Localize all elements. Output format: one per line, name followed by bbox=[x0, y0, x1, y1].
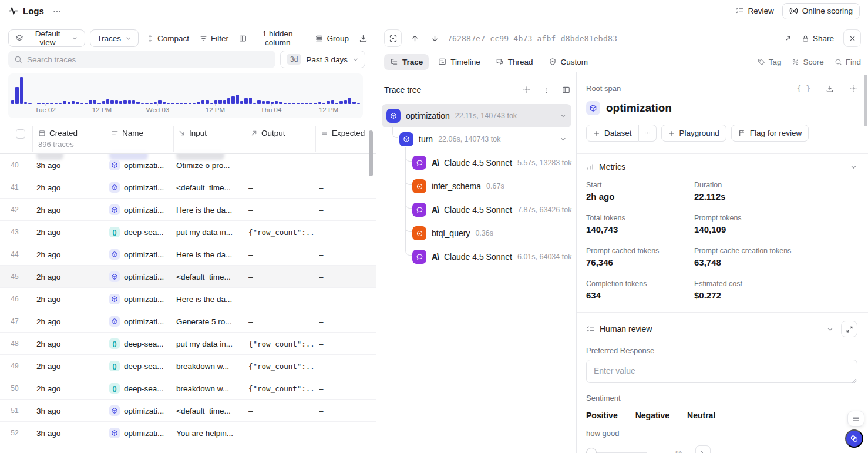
traces-selector[interactable]: Traces bbox=[90, 29, 139, 47]
histogram-bar bbox=[37, 103, 40, 105]
open-in-playground-button[interactable]: Playground bbox=[661, 125, 726, 142]
tab-trace[interactable]: Trace bbox=[384, 54, 429, 70]
histogram-bar bbox=[344, 100, 347, 104]
table-row[interactable]: 52 3h ago optimizati... You are helpin..… bbox=[0, 422, 376, 444]
column-header-output[interactable]: Output bbox=[250, 129, 285, 137]
row-expected: – bbox=[319, 422, 366, 444]
view-json-button[interactable]: { } bbox=[797, 84, 810, 93]
filter-button[interactable]: Filter bbox=[197, 34, 231, 43]
open-fullscreen-icon[interactable] bbox=[784, 34, 792, 42]
collapse-sidebar-icon[interactable] bbox=[562, 86, 570, 94]
table-row[interactable]: 44 2h ago optimizati... Here is the da..… bbox=[0, 243, 376, 266]
compact-toggle[interactable]: Compact bbox=[143, 34, 192, 43]
table-row[interactable]: 47 2h ago optimizati... Generate 5 ro...… bbox=[0, 310, 376, 333]
date-range-selector[interactable]: 3d Past 3 days bbox=[280, 51, 365, 68]
expand-collapse-all-icon[interactable] bbox=[523, 86, 531, 94]
tree-options-icon[interactable] bbox=[543, 86, 550, 94]
table-row[interactable]: 51 3h ago optimizati... <default_time...… bbox=[0, 400, 376, 422]
tag-button[interactable]: Tag bbox=[758, 58, 782, 66]
reorder-sections-button[interactable] bbox=[849, 85, 857, 93]
trace-tree-item[interactable]: A\ btql_query 0.36s bbox=[382, 222, 571, 245]
histogram-bar bbox=[128, 100, 131, 104]
table-row[interactable]: 48 2h ago () deep-sea... put my data in.… bbox=[0, 333, 376, 355]
view-selector[interactable]: Default view bbox=[8, 29, 85, 47]
find-button[interactable]: Find bbox=[835, 58, 861, 66]
trace-tree-item[interactable]: A\ infer_schema 0.67s bbox=[382, 175, 571, 198]
share-button[interactable]: Share bbox=[802, 34, 834, 43]
download-span-button[interactable] bbox=[826, 85, 834, 93]
chevron-down-icon[interactable] bbox=[850, 163, 857, 171]
table-row[interactable]: 46 2h ago optimizati... Here is the da..… bbox=[0, 288, 376, 310]
table-row[interactable]: 42 2h ago optimizati... Here is the da..… bbox=[0, 199, 376, 221]
clear-score-button[interactable] bbox=[695, 445, 711, 453]
chevron-down-icon[interactable] bbox=[560, 136, 567, 143]
column-header-created[interactable]: Created bbox=[38, 129, 78, 137]
span-type-icon: () bbox=[109, 227, 120, 237]
close-panel-button[interactable] bbox=[843, 29, 861, 47]
histogram-bar bbox=[231, 96, 234, 104]
column-header-expected[interactable]: Expected bbox=[321, 129, 365, 137]
trace-tree-item[interactable]: A\ Claude 4.5 Sonnet 7.87s, 63426 tok bbox=[382, 198, 571, 222]
detail-scrollbar[interactable] bbox=[864, 75, 867, 126]
sentiment-option-neutral[interactable]: Neutral bbox=[687, 411, 715, 420]
histogram-bar bbox=[210, 103, 213, 104]
table-row[interactable]: 45 2h ago optimizati... <default_time...… bbox=[0, 266, 376, 288]
table-row[interactable]: 49 2h ago () deep-sea... breakdown w... … bbox=[0, 355, 376, 377]
trace-tree-item[interactable]: A\ turn 22.06s, 140743 tok bbox=[382, 127, 571, 151]
next-trace-button[interactable] bbox=[428, 31, 442, 45]
tab-timeline[interactable]: Timeline bbox=[432, 54, 486, 70]
metrics-section-header[interactable]: Metrics bbox=[586, 162, 857, 172]
slider-thumb[interactable] bbox=[586, 448, 597, 453]
add-to-dataset-button[interactable]: Dataset bbox=[586, 125, 639, 142]
tab-custom[interactable]: Custom bbox=[543, 54, 594, 70]
hidden-columns-button[interactable]: 1 hidden column bbox=[236, 29, 308, 47]
row-input: put my data in... bbox=[176, 221, 244, 243]
histogram-bar bbox=[50, 103, 53, 104]
row-number: 50 bbox=[0, 377, 29, 400]
trace-tree-item[interactable]: A\ Claude 4.5 Sonnet 5.57s, 13283 tok bbox=[382, 151, 571, 175]
table-row[interactable]: 40 3h ago optimizati... Otimize o pro...… bbox=[0, 154, 376, 176]
tag-icon bbox=[758, 58, 765, 66]
row-expected: – bbox=[319, 221, 366, 243]
search-traces-box[interactable] bbox=[8, 51, 275, 68]
column-header-name[interactable]: Name bbox=[111, 129, 143, 137]
table-scrollbar[interactable] bbox=[369, 130, 373, 176]
row-expected: – bbox=[319, 377, 366, 400]
select-all-checkbox[interactable] bbox=[16, 129, 25, 139]
assistant-logo-button[interactable] bbox=[845, 429, 863, 448]
chevron-down-icon[interactable] bbox=[826, 326, 834, 333]
row-expected: – bbox=[319, 243, 366, 266]
export-download-button[interactable] bbox=[359, 34, 368, 43]
human-review-section-header[interactable]: Human review bbox=[586, 321, 857, 337]
online-scoring-button[interactable]: Online scoring bbox=[782, 3, 860, 19]
expand-review-button[interactable] bbox=[841, 321, 857, 337]
review-button[interactable]: Review bbox=[735, 6, 773, 15]
sentiment-option-positive[interactable]: Positive bbox=[586, 411, 618, 420]
bar-chart-icon bbox=[586, 163, 594, 171]
trace-tree-item[interactable]: A\ Claude 4.5 Sonnet 6.01s, 64034 tok bbox=[382, 245, 571, 269]
floating-menu-button[interactable] bbox=[847, 411, 864, 427]
preferred-response-input[interactable] bbox=[586, 360, 857, 383]
dataset-more-button[interactable] bbox=[639, 125, 657, 142]
column-header-input[interactable]: Input bbox=[178, 129, 207, 137]
histogram-bar bbox=[24, 102, 27, 104]
group-button[interactable]: Group bbox=[312, 34, 352, 43]
chevron-down-icon[interactable] bbox=[560, 112, 567, 119]
table-row[interactable]: 50 2h ago () deep-sea... breakdown w... … bbox=[0, 377, 376, 400]
focus-span-button[interactable] bbox=[384, 29, 402, 47]
checklist-icon bbox=[586, 325, 595, 334]
flag-for-review-button[interactable]: Flag for review bbox=[731, 125, 809, 142]
search-input[interactable] bbox=[27, 55, 270, 64]
score-button[interactable]: Score bbox=[792, 58, 823, 66]
table-row[interactable]: 43 2h ago () deep-sea... put my data in.… bbox=[0, 221, 376, 243]
row-output: {"row_count":... bbox=[248, 377, 314, 400]
row-output: {"row_count":... bbox=[248, 333, 314, 355]
trace-tree-item[interactable]: A\ optimization 22.11s, 140743 tok bbox=[382, 104, 571, 127]
table-row[interactable]: 41 2h ago optimizati... <default_time...… bbox=[0, 176, 376, 199]
trace-volume-histogram[interactable]: Tue 0212 PMWed 0312 PMThu 0412 PM bbox=[8, 73, 363, 118]
sentiment-option-negative[interactable]: Negative bbox=[635, 411, 669, 420]
previous-trace-button[interactable] bbox=[408, 31, 422, 45]
tab-thread[interactable]: Thread bbox=[490, 54, 539, 70]
page-menu-button[interactable] bbox=[52, 6, 62, 16]
row-created: 2h ago bbox=[36, 355, 105, 377]
